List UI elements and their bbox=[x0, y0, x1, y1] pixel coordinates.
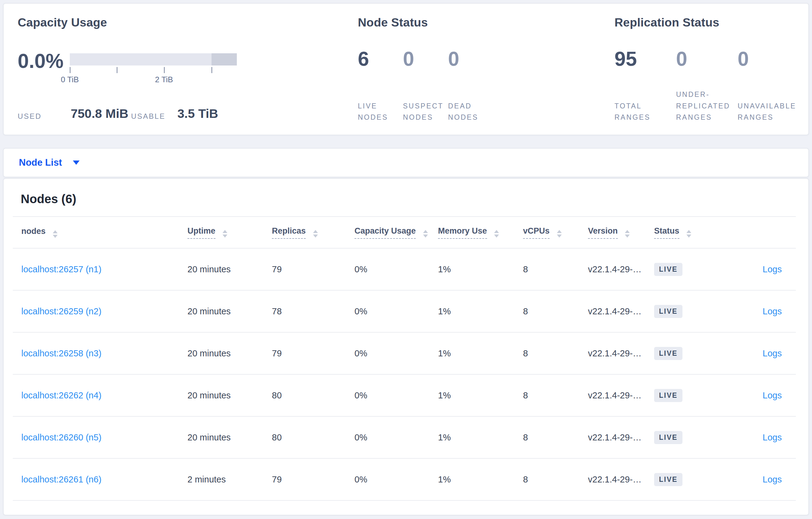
replicas-cell: 79 bbox=[263, 248, 346, 290]
under-replicated-ranges-label: UNDER-REPLICATED RANGES bbox=[676, 89, 724, 123]
node-list-dropdown-label: Node List bbox=[19, 157, 62, 168]
table-header-row: nodes Uptime Replicas Capacity Usage Mem… bbox=[13, 217, 796, 248]
logs-link[interactable]: Logs bbox=[763, 348, 782, 358]
vcpus-cell: 8 bbox=[515, 374, 579, 416]
unavailable-ranges-label: UNAVAILABLE RANGES bbox=[737, 100, 786, 123]
status-badge: LIVE bbox=[654, 389, 683, 402]
unavailable-ranges-value: 0 bbox=[737, 49, 799, 69]
capacity-usage-title: Capacity Usage bbox=[18, 16, 107, 29]
node-link[interactable]: localhost:26262 (n4) bbox=[21, 391, 102, 400]
column-header-vcpus[interactable]: vCPUs bbox=[515, 217, 579, 248]
total-ranges-value: 95 bbox=[614, 49, 676, 69]
nodes-table: nodes Uptime Replicas Capacity Usage Mem… bbox=[13, 216, 796, 501]
usable-label: USABLE bbox=[131, 112, 166, 121]
vcpus-cell: 8 bbox=[515, 248, 579, 290]
node-link[interactable]: localhost:26258 (n3) bbox=[21, 348, 102, 358]
dead-nodes-label: DEAD NODES bbox=[448, 100, 496, 123]
node-status-section: Node Status 6 LIVE NODES 0 SUSPECT NODES… bbox=[358, 4, 516, 134]
axis-tick bbox=[70, 67, 70, 73]
logs-link[interactable]: Logs bbox=[763, 264, 782, 274]
logs-link[interactable]: Logs bbox=[763, 475, 782, 484]
table-row: localhost:26261 (n6) 2 minutes 79 0% 1% … bbox=[13, 458, 796, 500]
logs-cell: Logs bbox=[719, 290, 796, 332]
sort-icon bbox=[53, 230, 58, 238]
live-nodes-stat: 6 LIVE NODES bbox=[358, 49, 403, 123]
status-badge: LIVE bbox=[654, 305, 683, 318]
memory-use-cell: 1% bbox=[430, 332, 515, 374]
logs-cell: Logs bbox=[719, 416, 796, 458]
version-cell: v22.1.4-29-g… bbox=[579, 458, 645, 500]
capacity-usage-cell: 0% bbox=[346, 374, 430, 416]
node-link[interactable]: localhost:26261 (n6) bbox=[21, 475, 102, 484]
total-ranges-stat: 95 TOTAL RANGES bbox=[614, 49, 676, 123]
axis-tick-label: 2 TiB bbox=[155, 75, 173, 84]
uptime-cell: 20 minutes bbox=[179, 332, 263, 374]
live-nodes-label: LIVE NODES bbox=[358, 100, 406, 123]
logs-link[interactable]: Logs bbox=[763, 391, 782, 400]
uptime-cell: 20 minutes bbox=[179, 374, 263, 416]
node-list-selector-bar: Node List bbox=[3, 148, 809, 177]
status-cell: LIVE bbox=[645, 290, 719, 332]
replication-status-section: Replication Status 95 TOTAL RANGES 0 UND… bbox=[614, 4, 810, 134]
version-cell: v22.1.4-29-g… bbox=[579, 374, 645, 416]
column-header-memory-use[interactable]: Memory Use bbox=[430, 217, 515, 248]
node-list-dropdown[interactable]: Node List bbox=[19, 157, 80, 168]
table-row: localhost:26262 (n4) 20 minutes 80 0% 1%… bbox=[13, 374, 796, 416]
under-replicated-ranges-value: 0 bbox=[676, 49, 737, 69]
node-status-title: Node Status bbox=[358, 16, 428, 29]
vcpus-cell: 8 bbox=[515, 458, 579, 500]
status-badge: LIVE bbox=[654, 347, 683, 360]
dead-nodes-stat: 0 DEAD NODES bbox=[448, 49, 493, 123]
suspect-nodes-label: SUSPECT NODES bbox=[403, 100, 451, 123]
sort-icon bbox=[687, 230, 691, 238]
logs-link[interactable]: Logs bbox=[763, 432, 782, 442]
capacity-bar-segment bbox=[211, 53, 237, 65]
logs-cell: Logs bbox=[719, 374, 796, 416]
total-ranges-label: TOTAL RANGES bbox=[614, 100, 663, 123]
memory-use-cell: 1% bbox=[430, 374, 515, 416]
live-nodes-value: 6 bbox=[358, 49, 403, 69]
column-header-uptime[interactable]: Uptime bbox=[179, 217, 263, 248]
capacity-usage-section: Capacity Usage 0.0% 0 TiB2 TiB USED 750.… bbox=[18, 4, 249, 134]
capacity-usage-cell: 0% bbox=[346, 458, 430, 500]
node-link[interactable]: localhost:26260 (n5) bbox=[21, 432, 102, 442]
logs-link[interactable]: Logs bbox=[763, 306, 782, 316]
column-header-replicas[interactable]: Replicas bbox=[263, 217, 346, 248]
uptime-cell: 2 minutes bbox=[179, 458, 263, 500]
replicas-cell: 78 bbox=[263, 290, 346, 332]
capacity-usage-cell: 0% bbox=[346, 248, 430, 290]
memory-use-cell: 1% bbox=[430, 290, 515, 332]
axis-tick-label: 0 TiB bbox=[61, 75, 79, 84]
suspect-nodes-stat: 0 SUSPECT NODES bbox=[403, 49, 448, 123]
status-badge: LIVE bbox=[654, 431, 683, 444]
vcpus-cell: 8 bbox=[515, 290, 579, 332]
capacity-bar bbox=[70, 53, 237, 65]
column-header-nodes[interactable]: nodes bbox=[13, 217, 179, 248]
column-header-version[interactable]: Version bbox=[579, 217, 645, 248]
suspect-nodes-value: 0 bbox=[403, 49, 448, 69]
node-link[interactable]: localhost:26259 (n2) bbox=[21, 306, 102, 316]
axis-tick bbox=[117, 67, 117, 73]
sort-icon bbox=[557, 230, 562, 238]
node-link[interactable]: localhost:26257 (n1) bbox=[21, 264, 102, 274]
under-replicated-ranges-stat: 0 UNDER-REPLICATED RANGES bbox=[676, 49, 737, 123]
status-cell: LIVE bbox=[645, 416, 719, 458]
capacity-bar-axis: 0 TiB2 TiB bbox=[70, 67, 237, 85]
column-header-capacity-usage[interactable]: Capacity Usage bbox=[346, 217, 430, 248]
status-cell: LIVE bbox=[645, 332, 719, 374]
sort-icon bbox=[625, 230, 630, 238]
capacity-percent: 0.0% bbox=[18, 49, 63, 72]
nodes-table-title: Nodes (6) bbox=[21, 192, 796, 206]
version-cell: v22.1.4-29-g… bbox=[579, 248, 645, 290]
cluster-summary-card: Capacity Usage 0.0% 0 TiB2 TiB USED 750.… bbox=[3, 3, 809, 135]
column-header-status[interactable]: Status bbox=[645, 217, 719, 248]
uptime-cell: 20 minutes bbox=[179, 416, 263, 458]
memory-use-cell: 1% bbox=[430, 416, 515, 458]
uptime-cell: 20 minutes bbox=[179, 248, 263, 290]
memory-use-cell: 1% bbox=[430, 458, 515, 500]
used-value: 750.8 MiB bbox=[71, 106, 128, 121]
dead-nodes-value: 0 bbox=[448, 49, 493, 69]
axis-tick bbox=[211, 67, 212, 73]
capacity-usage-cell: 0% bbox=[346, 290, 430, 332]
usable-value: 3.5 TiB bbox=[177, 106, 218, 121]
